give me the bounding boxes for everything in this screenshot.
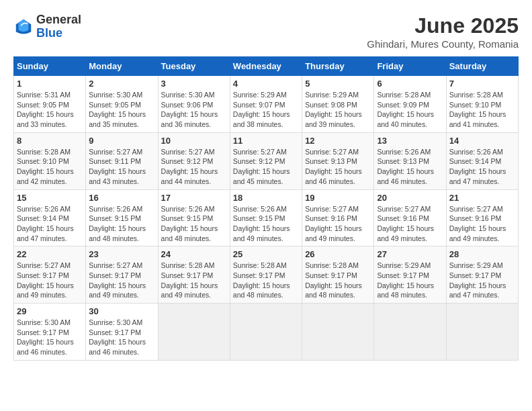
table-cell: 22Sunrise: 5:27 AM Sunset: 9:17 PM Dayli… <box>14 246 86 304</box>
day-info: Sunrise: 5:29 AM Sunset: 9:17 PM Dayligh… <box>377 261 443 300</box>
day-number: 16 <box>89 193 154 203</box>
week-row-1: 8Sunrise: 5:28 AM Sunset: 9:10 PM Daylig… <box>14 132 519 189</box>
table-cell: 17Sunrise: 5:26 AM Sunset: 9:15 PM Dayli… <box>158 189 230 246</box>
table-cell <box>230 304 302 361</box>
logo-icon <box>13 17 34 37</box>
col-saturday: Saturday <box>446 57 518 76</box>
table-cell: 3Sunrise: 5:30 AM Sunset: 9:06 PM Daylig… <box>158 76 230 133</box>
logo: General Blue <box>13 13 81 40</box>
day-info: Sunrise: 5:30 AM Sunset: 9:05 PM Dayligh… <box>89 90 154 130</box>
table-cell <box>302 304 374 361</box>
day-number: 5 <box>305 79 371 89</box>
table-cell: 8Sunrise: 5:28 AM Sunset: 9:10 PM Daylig… <box>14 132 86 189</box>
day-number: 7 <box>449 79 515 89</box>
table-cell: 20Sunrise: 5:27 AM Sunset: 9:16 PM Dayli… <box>374 189 446 246</box>
day-info: Sunrise: 5:28 AM Sunset: 9:17 PM Dayligh… <box>233 261 299 300</box>
day-info: Sunrise: 5:26 AM Sunset: 9:15 PM Dayligh… <box>233 204 299 244</box>
day-number: 22 <box>17 249 83 259</box>
table-cell: 21Sunrise: 5:27 AM Sunset: 9:16 PM Dayli… <box>446 189 518 246</box>
day-number: 24 <box>161 249 227 259</box>
day-number: 17 <box>161 193 227 203</box>
day-number: 15 <box>17 193 83 203</box>
table-cell: 13Sunrise: 5:26 AM Sunset: 9:13 PM Dayli… <box>374 132 446 189</box>
logo-general: General <box>36 13 81 27</box>
col-thursday: Thursday <box>302 57 374 76</box>
day-info: Sunrise: 5:28 AM Sunset: 9:09 PM Dayligh… <box>377 90 443 130</box>
logo-text: General Blue <box>36 13 81 40</box>
day-number: 29 <box>17 306 83 316</box>
calendar-subtitle: Ghindari, Mures County, Romania <box>367 38 519 50</box>
table-cell: 4Sunrise: 5:29 AM Sunset: 9:07 PM Daylig… <box>230 76 302 133</box>
day-info: Sunrise: 5:27 AM Sunset: 9:12 PM Dayligh… <box>161 147 227 187</box>
table-cell <box>374 304 446 361</box>
week-row-4: 29Sunrise: 5:30 AM Sunset: 9:17 PM Dayli… <box>14 304 519 361</box>
day-number: 2 <box>89 79 154 89</box>
table-cell: 7Sunrise: 5:28 AM Sunset: 9:10 PM Daylig… <box>446 76 518 133</box>
day-number: 10 <box>161 136 227 146</box>
day-info: Sunrise: 5:26 AM Sunset: 9:14 PM Dayligh… <box>449 147 515 187</box>
day-info: Sunrise: 5:27 AM Sunset: 9:17 PM Dayligh… <box>89 261 154 300</box>
table-cell: 25Sunrise: 5:28 AM Sunset: 9:17 PM Dayli… <box>230 246 302 304</box>
day-info: Sunrise: 5:31 AM Sunset: 9:05 PM Dayligh… <box>17 90 83 130</box>
day-number: 9 <box>89 136 154 146</box>
week-row-0: 1Sunrise: 5:31 AM Sunset: 9:05 PM Daylig… <box>14 76 519 133</box>
day-info: Sunrise: 5:26 AM Sunset: 9:13 PM Dayligh… <box>377 147 443 187</box>
day-number: 13 <box>377 136 443 146</box>
day-info: Sunrise: 5:30 AM Sunset: 9:06 PM Dayligh… <box>161 90 227 130</box>
day-number: 21 <box>449 193 515 203</box>
day-number: 12 <box>305 136 371 146</box>
day-number: 19 <box>305 193 371 203</box>
day-number: 25 <box>233 249 299 259</box>
table-cell: 19Sunrise: 5:27 AM Sunset: 9:16 PM Dayli… <box>302 189 374 246</box>
table-cell: 1Sunrise: 5:31 AM Sunset: 9:05 PM Daylig… <box>14 76 86 133</box>
day-number: 3 <box>161 79 227 89</box>
day-number: 27 <box>377 249 443 259</box>
day-number: 23 <box>89 249 154 259</box>
day-info: Sunrise: 5:27 AM Sunset: 9:13 PM Dayligh… <box>305 147 371 187</box>
day-number: 11 <box>233 136 299 146</box>
table-cell: 26Sunrise: 5:28 AM Sunset: 9:17 PM Dayli… <box>302 246 374 304</box>
header-row: Sunday Monday Tuesday Wednesday Thursday… <box>14 57 519 76</box>
table-cell: 29Sunrise: 5:30 AM Sunset: 9:17 PM Dayli… <box>14 304 86 361</box>
day-info: Sunrise: 5:27 AM Sunset: 9:11 PM Dayligh… <box>89 147 154 187</box>
table-cell: 18Sunrise: 5:26 AM Sunset: 9:15 PM Dayli… <box>230 189 302 246</box>
day-info: Sunrise: 5:29 AM Sunset: 9:08 PM Dayligh… <box>305 90 371 130</box>
table-cell: 2Sunrise: 5:30 AM Sunset: 9:05 PM Daylig… <box>86 76 158 133</box>
table-cell: 16Sunrise: 5:26 AM Sunset: 9:15 PM Dayli… <box>86 189 158 246</box>
day-info: Sunrise: 5:28 AM Sunset: 9:10 PM Dayligh… <box>17 147 83 187</box>
day-info: Sunrise: 5:27 AM Sunset: 9:16 PM Dayligh… <box>305 204 371 244</box>
day-number: 18 <box>233 193 299 203</box>
table-cell: 12Sunrise: 5:27 AM Sunset: 9:13 PM Dayli… <box>302 132 374 189</box>
day-number: 14 <box>449 136 515 146</box>
day-number: 28 <box>449 249 515 259</box>
day-info: Sunrise: 5:27 AM Sunset: 9:16 PM Dayligh… <box>449 204 515 244</box>
table-cell: 6Sunrise: 5:28 AM Sunset: 9:09 PM Daylig… <box>374 76 446 133</box>
day-number: 6 <box>377 79 443 89</box>
calendar-table: Sunday Monday Tuesday Wednesday Thursday… <box>13 56 519 361</box>
day-number: 8 <box>17 136 83 146</box>
table-cell: 23Sunrise: 5:27 AM Sunset: 9:17 PM Dayli… <box>86 246 158 304</box>
day-number: 4 <box>233 79 299 89</box>
col-friday: Friday <box>374 57 446 76</box>
day-info: Sunrise: 5:27 AM Sunset: 9:17 PM Dayligh… <box>17 261 83 300</box>
header: General Blue June 2025 Ghindari, Mures C… <box>13 13 519 50</box>
day-number: 1 <box>17 79 83 89</box>
week-row-2: 15Sunrise: 5:26 AM Sunset: 9:14 PM Dayli… <box>14 189 519 246</box>
col-sunday: Sunday <box>14 57 86 76</box>
day-number: 20 <box>377 193 443 203</box>
col-wednesday: Wednesday <box>230 57 302 76</box>
table-cell: 5Sunrise: 5:29 AM Sunset: 9:08 PM Daylig… <box>302 76 374 133</box>
table-cell: 15Sunrise: 5:26 AM Sunset: 9:14 PM Dayli… <box>14 189 86 246</box>
table-cell: 27Sunrise: 5:29 AM Sunset: 9:17 PM Dayli… <box>374 246 446 304</box>
day-number: 26 <box>305 249 371 259</box>
table-cell: 9Sunrise: 5:27 AM Sunset: 9:11 PM Daylig… <box>86 132 158 189</box>
table-cell: 11Sunrise: 5:27 AM Sunset: 9:12 PM Dayli… <box>230 132 302 189</box>
day-info: Sunrise: 5:29 AM Sunset: 9:07 PM Dayligh… <box>233 90 299 130</box>
day-info: Sunrise: 5:29 AM Sunset: 9:17 PM Dayligh… <box>449 261 515 300</box>
table-cell: 14Sunrise: 5:26 AM Sunset: 9:14 PM Dayli… <box>446 132 518 189</box>
day-info: Sunrise: 5:26 AM Sunset: 9:14 PM Dayligh… <box>17 204 83 244</box>
week-row-3: 22Sunrise: 5:27 AM Sunset: 9:17 PM Dayli… <box>14 246 519 304</box>
table-cell <box>158 304 230 361</box>
calendar-title: June 2025 <box>367 13 519 38</box>
table-cell: 10Sunrise: 5:27 AM Sunset: 9:12 PM Dayli… <box>158 132 230 189</box>
